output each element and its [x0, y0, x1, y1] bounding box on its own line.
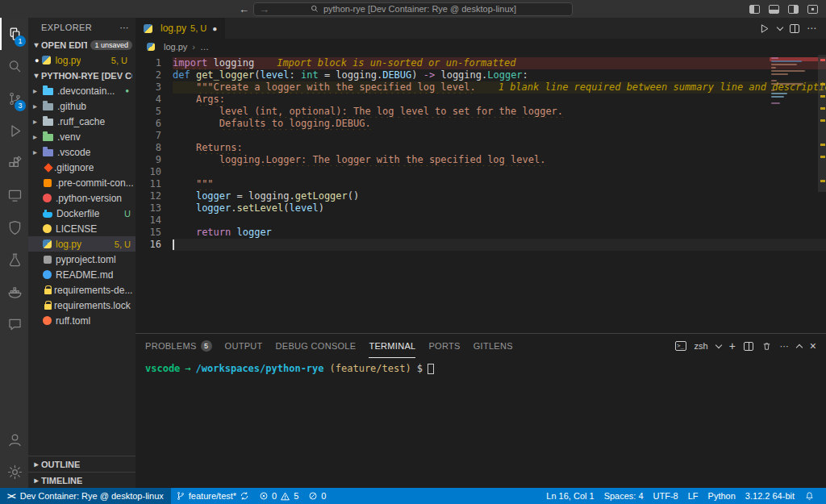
maximize-panel-icon[interactable]	[796, 344, 803, 350]
code-line-13[interactable]: 13 logger.setLevel(level)	[136, 202, 826, 215]
close-panel-icon[interactable]: ×	[810, 339, 816, 352]
code-line-12[interactable]: 12 logger = logging.getLogger()	[136, 190, 826, 202]
python-version-icon	[43, 194, 52, 202]
chevron-down-icon[interactable]	[715, 341, 721, 348]
remote-indicator[interactable]: >< Dev Container: Rye @ desktop-linux	[0, 488, 171, 504]
code-editor[interactable]: 1import loggingImport block is un-sorted…	[136, 55, 826, 333]
file-row--venv[interactable]: ▸.venv	[28, 129, 136, 144]
panel-tab-ports[interactable]: PORTS	[428, 334, 460, 358]
activity-item-chat[interactable]	[0, 308, 28, 340]
file-row-pyproject-toml[interactable]: pyproject.toml	[28, 252, 136, 267]
cursor-position-item[interactable]: Ln 16, Col 1	[541, 488, 599, 504]
file-row-license[interactable]: LICENSE	[28, 221, 136, 236]
forward-arrow-icon[interactable]: →	[259, 3, 269, 15]
code-line-11[interactable]: 11 """	[136, 178, 826, 190]
code-line-10[interactable]: 10	[136, 166, 826, 178]
activity-item-docker[interactable]	[0, 276, 28, 308]
python-interpreter-item[interactable]: 3.12.2 64-bit	[740, 488, 799, 504]
file-row--gitignore[interactable]: .gitignore	[28, 160, 136, 175]
file-row--pre-commit-con-[interactable]: .pre-commit-con...	[28, 175, 136, 190]
activity-item-account[interactable]	[0, 423, 28, 456]
split-terminal-icon[interactable]	[744, 342, 753, 351]
file-row-dockerfile[interactable]: DockerfileU	[28, 206, 136, 221]
activity-item-extensions[interactable]	[0, 147, 28, 179]
indentation-item[interactable]: Spaces: 4	[599, 488, 649, 504]
panel-tab-debug-console[interactable]: DEBUG CONSOLE	[276, 334, 357, 358]
file-row--ruff-cache[interactable]: ▸.ruff_cache	[28, 114, 136, 129]
file-row-ruff-toml[interactable]: ruff.toml	[28, 313, 136, 328]
file-row-requirements-de-[interactable]: requirements-de...	[28, 282, 136, 298]
git-branch-item[interactable]: feature/test*	[171, 488, 254, 504]
modified-dot-icon[interactable]: ●	[35, 56, 39, 65]
split-editor-icon[interactable]	[790, 24, 799, 33]
outline-header[interactable]: ▸ OUTLINE	[28, 456, 136, 472]
code-line-8[interactable]: 8 Returns:	[136, 142, 826, 154]
code-line-7[interactable]: 7	[136, 130, 826, 142]
panel-tab-gitlens[interactable]: GITLENS	[473, 334, 513, 358]
workspace-header[interactable]: ▾ PYTHON-RYE [DEV CON...	[28, 68, 136, 83]
minimap[interactable]	[771, 57, 816, 109]
file-row-requirements-lock[interactable]: requirements.lock	[28, 298, 136, 313]
panel-tab-output[interactable]: OUTPUT	[225, 334, 263, 358]
notifications-item[interactable]	[799, 488, 820, 504]
activity-item-gitlens[interactable]	[0, 211, 28, 244]
breadcrumb-item-file[interactable]: log.py	[164, 42, 187, 52]
activity-item-remote-explorer[interactable]	[0, 179, 28, 211]
ports-item[interactable]: 0	[303, 488, 331, 504]
problems-item[interactable]: 0 5	[254, 488, 303, 504]
code-line-5[interactable]: 5 level (int, optional): The log level t…	[136, 106, 826, 118]
tab-log-py[interactable]: log.py 5, U ●	[136, 18, 225, 39]
file-row--vscode[interactable]: ▸.vscode	[28, 144, 136, 160]
activity-item-settings[interactable]	[0, 456, 28, 488]
code-line-15[interactable]: 15 return logger	[136, 227, 826, 239]
encoding-item[interactable]: UTF-8	[649, 488, 683, 504]
breadcrumb-item-symbol[interactable]: …	[200, 42, 209, 52]
customize-layout-icon[interactable]	[807, 5, 818, 14]
editor-scrollbar[interactable]	[818, 55, 826, 192]
file-row--devcontain-[interactable]: ▸.devcontain...●	[28, 83, 136, 98]
file-label: .venv	[57, 131, 81, 143]
new-terminal-button[interactable]: +	[729, 339, 736, 352]
toggle-panel-icon[interactable]	[769, 5, 779, 14]
command-center-search[interactable]: python-rye [Dev Container: Rye @ desktop…	[253, 2, 573, 16]
panel-tab-terminal[interactable]: TERMINAL	[369, 334, 415, 358]
more-actions-icon[interactable]: ⋯	[120, 23, 129, 33]
problems-decoration: 5, U	[108, 56, 132, 65]
code-line-14[interactable]: 14	[136, 215, 826, 227]
code-line-4[interactable]: 4 Args:	[136, 94, 826, 106]
toggle-sidebar-icon[interactable]	[749, 5, 760, 14]
back-arrow-icon[interactable]: ←	[239, 3, 249, 15]
code-line-2[interactable]: 2def get_logger(level: int = logging.DEB…	[136, 69, 826, 81]
chevron-right-icon: ▸	[31, 476, 41, 485]
more-actions-icon[interactable]: ⋯	[780, 341, 789, 352]
code-line-1[interactable]: 1import loggingImport block is un-sorted…	[136, 57, 826, 69]
run-dropdown-icon[interactable]	[777, 23, 783, 30]
run-python-file-button[interactable]	[758, 23, 770, 35]
panel-tab-problems[interactable]: PROBLEMS5	[145, 334, 212, 358]
modified-dot-icon[interactable]: ●	[212, 24, 217, 33]
kill-terminal-icon[interactable]	[761, 341, 772, 352]
code-lines: 1import loggingImport block is un-sorted…	[136, 57, 826, 251]
file-row--python-version[interactable]: .python-version	[28, 190, 136, 206]
file-row-log-py[interactable]: log.py5, U	[28, 236, 136, 252]
eol-item[interactable]: LF	[683, 488, 703, 504]
terminal[interactable]: vscode → /workspaces/python-rye (feature…	[136, 358, 826, 488]
code-line-16[interactable]: 16	[136, 239, 826, 251]
file-row--github[interactable]: ▸.github	[28, 98, 136, 114]
activity-item-search[interactable]	[0, 50, 28, 82]
code-line-9[interactable]: 9 logging.Logger: The logger with the sp…	[136, 154, 826, 166]
open-editors-header[interactable]: ▾ OPEN EDITO... 1 unsaved	[28, 37, 136, 52]
toggle-secondary-sidebar-icon[interactable]	[788, 5, 799, 14]
code-line-6[interactable]: 6 Defaults to logging.DEBUG.	[136, 118, 826, 130]
activity-item-testing[interactable]	[0, 244, 28, 276]
activity-item-source-control[interactable]: 3	[0, 82, 28, 115]
timeline-header[interactable]: ▸ TIMELINE	[28, 472, 136, 488]
activity-item-explorer[interactable]: 1	[0, 18, 28, 50]
more-actions-icon[interactable]: ⋯	[807, 23, 816, 34]
code-line-3[interactable]: 3 """Create a logger with the specified …	[136, 81, 826, 94]
activity-item-run-debug[interactable]	[0, 115, 28, 147]
open-editor-item-log-py[interactable]: ●log.py5, U	[28, 52, 136, 68]
file-row-readme-md[interactable]: README.md	[28, 267, 136, 282]
language-mode-item[interactable]: Python	[703, 488, 740, 504]
shell-label[interactable]: zsh	[695, 341, 708, 351]
